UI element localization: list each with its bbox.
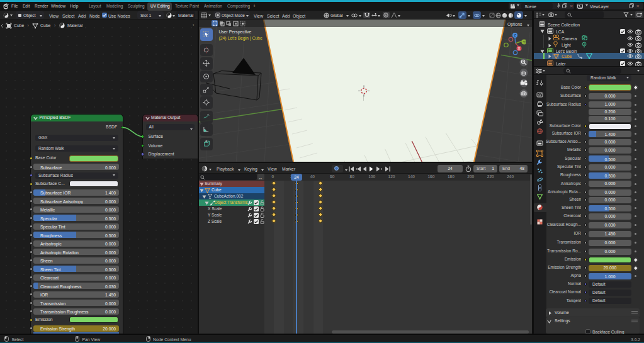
svg-text:Y: Y	[523, 40, 525, 44]
svg-text:Z: Z	[514, 33, 516, 37]
svg-text:X: X	[517, 47, 520, 50]
